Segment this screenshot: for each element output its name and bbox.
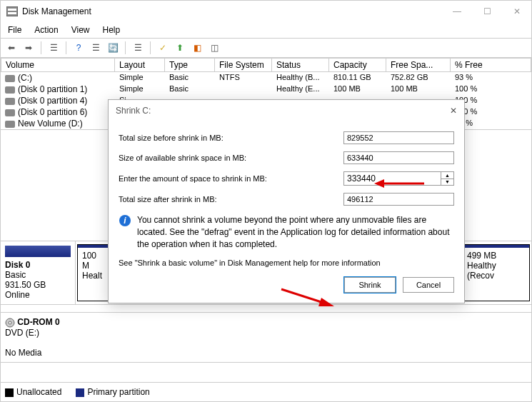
info-text: You cannot shrink a volume beyond the po… xyxy=(137,214,454,250)
menubar: File Action View Help xyxy=(1,22,531,39)
volume-icon xyxy=(5,98,15,105)
annotation-arrow xyxy=(374,176,431,191)
disc-icon xyxy=(5,318,15,328)
value-available: 633440 xyxy=(343,151,454,164)
volume-icon xyxy=(5,109,15,116)
table-row[interactable]: (C:) SimpleBasicNTFSHealthy (B...810.11 … xyxy=(1,72,531,84)
label-total-after: Total size after shrink in MB: xyxy=(119,195,343,203)
svg-rect-0 xyxy=(6,6,18,16)
shrink-button[interactable]: Shrink xyxy=(344,277,396,293)
menu-view[interactable]: View xyxy=(71,25,90,35)
toolbar-icon[interactable]: ◧ xyxy=(191,41,204,54)
volume-icon xyxy=(5,121,15,128)
back-button[interactable]: ⬅ xyxy=(5,41,18,54)
disk-name: Disk 0 xyxy=(5,260,30,270)
toolbar-icon[interactable]: ✓ xyxy=(156,41,169,54)
svg-marker-8 xyxy=(374,179,384,188)
volume-icon xyxy=(5,75,15,82)
svg-rect-2 xyxy=(8,12,16,14)
col-layout[interactable]: Layout xyxy=(115,58,165,72)
legend: Unallocated Primary partition xyxy=(1,382,531,401)
close-button[interactable]: ✕ xyxy=(508,6,526,16)
spinner-down[interactable]: ▼ xyxy=(441,179,453,186)
forward-button[interactable]: ➡ xyxy=(22,41,35,54)
toolbar: ⬅ ➡ ☰ ? ☰ 🔄 ☰ ✓ ⬆ ◧ ◫ xyxy=(1,39,531,58)
annotation-arrow xyxy=(274,286,338,312)
toolbar-icon[interactable]: ☰ xyxy=(89,41,102,54)
spinner: ▲ ▼ xyxy=(441,172,453,185)
menu-help[interactable]: Help xyxy=(103,25,121,35)
toolbar-icon[interactable]: ☰ xyxy=(131,41,144,54)
col-capacity[interactable]: Capacity xyxy=(329,58,386,72)
col-volume[interactable]: Volume xyxy=(1,58,115,72)
value-total-before: 829552 xyxy=(343,131,454,144)
col-pfree[interactable]: % Free xyxy=(451,58,531,72)
cancel-button[interactable]: Cancel xyxy=(403,277,454,293)
help-link[interactable]: See "Shrink a basic volume" in Disk Mana… xyxy=(119,258,454,267)
table-header: Volume Layout Type File System Status Ca… xyxy=(1,58,531,72)
maximize-button[interactable]: ☐ xyxy=(478,6,496,16)
col-free[interactable]: Free Spa... xyxy=(386,58,451,72)
toolbar-icon[interactable]: ⬆ xyxy=(174,41,186,54)
col-status[interactable]: Status xyxy=(272,58,329,72)
toolbar-icon[interactable]: 🔄 xyxy=(106,41,119,54)
partition[interactable]: 499 MB Healthy (Recov xyxy=(462,244,530,301)
col-fs[interactable]: File System xyxy=(215,58,272,72)
cdrom-name: CD-ROM 0 xyxy=(17,317,59,327)
toolbar-icon[interactable]: ◫ xyxy=(208,41,221,54)
minimize-button[interactable]: — xyxy=(448,6,466,16)
col-type[interactable]: Type xyxy=(165,58,215,72)
dialog-close-button[interactable]: ✕ xyxy=(450,106,457,116)
svg-rect-1 xyxy=(8,9,16,11)
window-title: Disk Management xyxy=(22,6,448,16)
app-icon xyxy=(6,6,18,16)
value-total-after: 496112 xyxy=(343,193,454,206)
dialog-title: Shrink C: xyxy=(116,106,151,116)
svg-marker-10 xyxy=(318,298,334,306)
label-available: Size of available shrink space in MB: xyxy=(119,154,343,162)
disk-info[interactable]: Disk 0 Basic 931.50 GB Online xyxy=(1,241,76,304)
cdrom-info[interactable]: CD-ROM 0 DVD (E:) No Media xyxy=(1,312,531,363)
menu-file[interactable]: File xyxy=(8,25,21,35)
partition[interactable]: 100 M Healt xyxy=(77,244,109,301)
spinner-up[interactable]: ▲ xyxy=(441,172,453,179)
shrink-dialog: Shrink C: ✕ Total size before shrink in … xyxy=(108,99,465,303)
help-icon[interactable]: ? xyxy=(72,41,85,54)
table-row[interactable]: (Disk 0 partition 1) SimpleBasicHealthy … xyxy=(1,84,531,95)
svg-line-9 xyxy=(281,289,326,303)
volume-icon xyxy=(5,86,15,94)
menu-action[interactable]: Action xyxy=(34,25,58,35)
toolbar-icon[interactable]: ☰ xyxy=(47,41,60,54)
label-total-before: Total size before shrink in MB: xyxy=(119,134,343,142)
label-shrink-amount: Enter the amount of space to shrink in M… xyxy=(119,174,343,183)
titlebar: Disk Management — ☐ ✕ xyxy=(1,1,531,22)
info-icon: i xyxy=(119,214,131,227)
svg-point-4 xyxy=(9,321,11,324)
